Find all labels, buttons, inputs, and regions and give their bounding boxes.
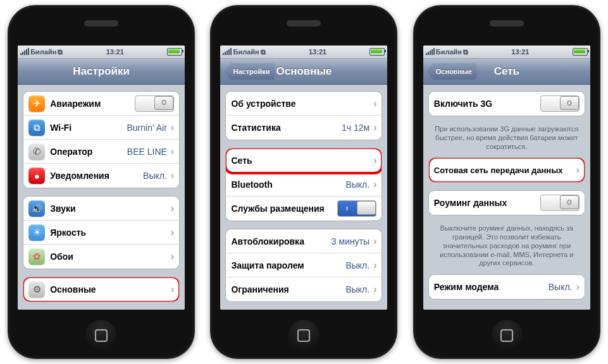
enable-3g-toggle[interactable]: O xyxy=(540,95,580,112)
row-label: Основные xyxy=(50,284,170,294)
row-about[interactable]: Об устройстве› xyxy=(226,92,382,116)
chevron-right-icon: › xyxy=(171,170,174,181)
chevron-right-icon: › xyxy=(171,146,174,157)
row-label: Службы размещения xyxy=(231,203,337,214)
battery-icon xyxy=(369,48,385,56)
row-carrier[interactable]: ✆ОператорBEE LINE› xyxy=(23,140,179,164)
wifi-icon: ⧉ xyxy=(58,48,63,56)
row-value: Выкл. xyxy=(143,171,167,181)
row-data-roaming[interactable]: Роуминг данныхO xyxy=(429,191,585,215)
carrier-label: Билайн xyxy=(436,48,462,56)
carrier-label: Билайн xyxy=(30,48,56,56)
row-label: Статистика xyxy=(231,123,342,133)
row-label: Яркость xyxy=(50,228,170,238)
wifi-icon: ⧉ xyxy=(28,119,45,136)
row-passcode-lock[interactable]: Защита паролемВыкл.› xyxy=(226,253,382,277)
chevron-right-icon: › xyxy=(373,284,376,295)
row-cellular-data-network[interactable]: Сотовая сеть передачи данных› xyxy=(429,158,585,182)
row-sounds[interactable]: 🔊Звуки› xyxy=(23,197,179,221)
row-airplane-mode[interactable]: ✈АвиарежимO xyxy=(23,92,179,116)
general-group-1: Об устройстве›Статистика1ч 12м› xyxy=(225,91,382,140)
chevron-right-icon: › xyxy=(373,122,376,133)
signal-icon xyxy=(426,49,435,55)
row-label: Об устройстве xyxy=(231,99,372,109)
home-button[interactable] xyxy=(288,320,320,351)
row-wifi[interactable]: ⧉Wi-FiBurnin' Air› xyxy=(23,116,179,140)
screen-1: Билайн ⧉ 13:21 Настройки ✈АвиарежимO⧉Wi-… xyxy=(18,46,185,310)
phone-frame-3: Билайн ⧉ 13:21 Основные Сеть Включить 3G… xyxy=(413,5,600,359)
airplane-mode-icon: ✈ xyxy=(28,95,45,112)
row-label: Роуминг данных xyxy=(434,198,540,208)
row-value: Выкл. xyxy=(345,260,369,270)
general-icon: ⚙ xyxy=(28,281,45,298)
row-value: 3 минуты xyxy=(332,236,369,246)
battery-icon xyxy=(573,48,588,56)
status-bar: Билайн ⧉ 13:21 xyxy=(18,46,185,59)
note-roaming: Выключите роуминг данных, находясь за гр… xyxy=(428,223,585,274)
nav-title: Настройки xyxy=(73,65,130,78)
chevron-right-icon: › xyxy=(171,122,174,133)
carrier-icon: ✆ xyxy=(28,143,45,160)
row-network[interactable]: Сеть› xyxy=(226,149,382,173)
row-label: Сотовая сеть передачи данных xyxy=(434,166,575,175)
chevron-right-icon: › xyxy=(373,98,376,109)
status-bar: Билайн ⧉ 13:21 xyxy=(423,46,590,59)
row-auto-lock[interactable]: Автоблокировка3 минуты› xyxy=(226,229,382,253)
location-services-toggle[interactable]: I xyxy=(337,200,376,217)
notifications-icon: ● xyxy=(28,167,45,184)
row-label: Режим модема xyxy=(434,282,549,292)
settings-group-3: ⚙Основные› xyxy=(23,277,180,302)
network-list[interactable]: Включить 3GO При использовании 3G данные… xyxy=(423,85,590,310)
general-group-3: Автоблокировка3 минуты›Защита паролемВык… xyxy=(225,229,382,302)
row-general[interactable]: ⚙Основные› xyxy=(23,277,179,301)
row-label: Сеть xyxy=(231,155,372,166)
general-list[interactable]: Об устройстве›Статистика1ч 12м› Сеть›Blu… xyxy=(220,85,387,310)
row-notifications[interactable]: ●УведомленияВыкл.› xyxy=(23,164,179,188)
wifi-icon: ⧉ xyxy=(463,48,468,56)
phone-frame-2: Билайн ⧉ 13:21 Настройки Основные Об уст… xyxy=(210,5,397,359)
row-enable-3g[interactable]: Включить 3GO xyxy=(429,92,585,116)
note-3g: При использовании 3G данные загружаются … xyxy=(428,124,585,157)
row-value: BEE LINE xyxy=(127,147,167,157)
nav-bar: Основные Сеть xyxy=(423,59,590,85)
back-button[interactable]: Основные xyxy=(427,63,477,80)
row-restrictions[interactable]: ОграниченияВыкл.› xyxy=(226,277,382,301)
row-usage[interactable]: Статистика1ч 12м› xyxy=(226,116,382,140)
row-wallpaper[interactable]: ✿Обои› xyxy=(23,245,179,269)
chevron-right-icon: › xyxy=(171,284,174,295)
chevron-right-icon: › xyxy=(373,236,376,247)
battery-icon xyxy=(167,48,182,56)
network-group-4: Режим модемаВыкл.› xyxy=(428,274,585,300)
data-roaming-toggle[interactable]: O xyxy=(540,195,580,211)
chevron-right-icon: › xyxy=(576,281,579,293)
back-button[interactable]: Настройки xyxy=(224,63,275,80)
row-label: Ограничения xyxy=(231,284,345,294)
home-button[interactable] xyxy=(491,320,523,351)
status-time: 13:21 xyxy=(106,48,124,56)
row-label: Включить 3G xyxy=(434,99,540,109)
row-label: Авиарежим xyxy=(50,99,135,109)
settings-group-1: ✈АвиарежимO⧉Wi-FiBurnin' Air›✆ОператорBE… xyxy=(23,91,180,188)
phone-frame-1: Билайн ⧉ 13:21 Настройки ✈АвиарежимO⧉Wi-… xyxy=(8,5,195,359)
chevron-right-icon: › xyxy=(171,203,174,214)
nav-title: Сеть xyxy=(494,65,519,78)
row-bluetooth[interactable]: BluetoothВыкл.› xyxy=(226,173,382,197)
row-value: Burnin' Air xyxy=(127,123,166,133)
chevron-right-icon: › xyxy=(576,164,579,176)
row-label: Уведомления xyxy=(50,171,143,181)
home-button[interactable] xyxy=(85,320,117,351)
row-location-services[interactable]: Службы размещенияI xyxy=(226,197,382,221)
row-internet-tethering[interactable]: Режим модемаВыкл.› xyxy=(429,275,585,299)
brightness-icon: ☀ xyxy=(28,224,45,241)
settings-list[interactable]: ✈АвиарежимO⧉Wi-FiBurnin' Air›✆ОператорBE… xyxy=(18,85,185,310)
status-time: 13:21 xyxy=(309,48,326,56)
status-bar: Билайн ⧉ 13:21 xyxy=(220,46,387,59)
chevron-right-icon: › xyxy=(373,260,376,271)
row-brightness[interactable]: ☀Яркость› xyxy=(23,221,179,245)
row-label: Оператор xyxy=(50,147,127,157)
row-value: Выкл. xyxy=(549,282,573,292)
airplane-mode-toggle[interactable]: O xyxy=(135,95,174,112)
wifi-icon: ⧉ xyxy=(261,48,266,56)
signal-icon xyxy=(223,49,232,55)
nav-bar: Настройки xyxy=(18,59,185,85)
